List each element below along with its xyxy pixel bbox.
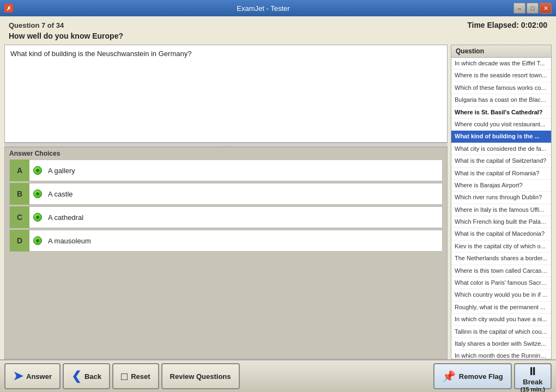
answer-rows: A A gallery B A castle C A cathedral D [9, 160, 443, 252]
answer-letter-d: D [10, 230, 29, 252]
answer-row-b[interactable]: B A castle [9, 183, 443, 205]
question-list-item-13[interactable]: Where in Italy is the famous Uffi... [451, 204, 551, 216]
question-counter: Question 7 of 34 [9, 21, 64, 29]
radio-btn-c[interactable] [33, 213, 42, 222]
radio-btn-a[interactable] [33, 166, 42, 175]
question-list-item-1[interactable]: In which decade was the Eiffel T... [451, 58, 551, 70]
question-list[interactable]: In which decade was the Eiffel T...Where… [451, 58, 551, 359]
break-duration: (15 min.) [521, 386, 545, 392]
left-panel: What kind of building is the Neuschwanst… [4, 45, 448, 359]
question-list-item-21[interactable]: Roughly, what is the permanent ... [451, 302, 551, 314]
radio-inner-c [36, 216, 39, 219]
answer-radio-d[interactable] [29, 236, 46, 245]
question-list-header: Question [451, 45, 551, 58]
answer-label: Answer [26, 372, 52, 381]
radio-inner-d [36, 239, 39, 242]
close-button[interactable]: ✕ [540, 3, 552, 14]
answer-button[interactable]: ➤ Answer [4, 363, 61, 389]
question-list-item-25[interactable]: In which month does the Running... [451, 350, 551, 359]
break-button[interactable]: ⏸ Break (15 min.) [514, 363, 552, 389]
break-label: Break [523, 378, 542, 386]
question-list-item-7[interactable]: What kind of building is the ... [451, 131, 551, 143]
question-list-item-12[interactable]: Which river runs through Dublin? [451, 192, 551, 204]
question-list-item-8[interactable]: What city is considered the de fa... [451, 143, 551, 155]
question-list-item-5[interactable]: Where is St. Basil's Cathedral? [451, 107, 551, 119]
title-bar: ✗ ExamJet - Tester – □ ✕ [0, 0, 556, 16]
flag-icon: 📌 [442, 370, 456, 383]
answer-text-b: A castle [46, 190, 73, 198]
answer-letter-c: C [10, 206, 29, 228]
answer-letter-b: B [10, 183, 29, 205]
answer-section: Answer Choices A A gallery B A castle C … [4, 147, 448, 359]
answer-row-c[interactable]: C A cathedral [9, 206, 443, 228]
answer-letter-a: A [10, 160, 29, 181]
remove-flag-label: Remove Flag [459, 372, 503, 381]
answer-text-c: A cathedral [46, 213, 83, 222]
review-label: Review Questions [170, 372, 231, 381]
resize-handle[interactable]: . . . . [4, 143, 448, 147]
answer-row-a[interactable]: A A gallery [9, 160, 443, 181]
reset-button[interactable]: □ Reset [112, 363, 159, 389]
reset-icon: □ [121, 370, 128, 383]
radio-inner-b [36, 192, 39, 195]
question-list-item-3[interactable]: Which of these famous works co... [451, 82, 551, 94]
restore-button[interactable]: □ [527, 3, 539, 14]
answer-row-d[interactable]: D A mausoleum [9, 230, 443, 252]
window-content: Question 7 of 34 Time Elapsed: 0:02:00 H… [0, 16, 556, 392]
question-list-item-19[interactable]: What color is Paris' famous Sacre... [451, 277, 551, 289]
question-list-item-6[interactable]: Where could you visit restaurant... [451, 119, 551, 131]
window-title: ExamJet - Tester [13, 4, 513, 13]
question-text: What kind of building is the Neuschwanst… [4, 45, 448, 143]
question-list-item-14[interactable]: Which French king built the Palac... [451, 216, 551, 228]
question-list-item-11[interactable]: Where is Barajas Airport? [451, 180, 551, 192]
question-list-item-4[interactable]: Bulgaria has a coast on the Black ... [451, 94, 551, 106]
timer: Time Elapsed: 0:02:00 [467, 21, 547, 29]
back-icon: ❮ [71, 369, 81, 383]
answer-choices-label: Answer Choices [9, 150, 443, 157]
app-icon: ✗ [4, 4, 13, 13]
remove-flag-button[interactable]: 📌 Remove Flag [433, 363, 512, 389]
reset-label: Reset [131, 372, 150, 381]
question-list-item-15[interactable]: What is the capital of Macedonia? [451, 228, 551, 240]
answer-text-d: A mausoleum [46, 237, 91, 245]
answer-radio-c[interactable] [29, 213, 46, 222]
question-list-item-20[interactable]: Which country would you be in if ... [451, 289, 551, 301]
question-list-item-10[interactable]: What is the capital of Romania? [451, 168, 551, 180]
question-list-item-17[interactable]: The Netherlands shares a border... [451, 253, 551, 265]
exam-title: How well do you know Europe? [0, 32, 556, 45]
main-area: What kind of building is the Neuschwanst… [0, 45, 556, 359]
answer-icon: ➤ [13, 369, 23, 383]
question-list-panel: Question In which decade was the Eiffel … [451, 45, 552, 359]
window-controls: – □ ✕ [513, 3, 552, 14]
review-questions-button[interactable]: Review Questions [161, 363, 240, 389]
answer-text-a: A gallery [46, 167, 75, 175]
radio-btn-b[interactable] [33, 189, 42, 198]
break-icon: ⏸ [527, 365, 538, 378]
back-button[interactable]: ❮ Back [63, 363, 110, 389]
back-label: Back [84, 372, 101, 381]
question-list-item-9[interactable]: What is the capital of Switzerland? [451, 155, 551, 167]
top-bar: Question 7 of 34 Time Elapsed: 0:02:00 [0, 16, 556, 32]
answer-radio-a[interactable] [29, 166, 46, 175]
question-list-item-22[interactable]: In which city would you have a ni... [451, 314, 551, 326]
minimize-button[interactable]: – [513, 3, 525, 14]
answer-radio-b[interactable] [29, 189, 46, 198]
bottom-toolbar: ➤ Answer ❮ Back □ Reset Review Questions… [0, 359, 556, 392]
question-list-item-2[interactable]: Where is the seaside resort town... [451, 70, 551, 82]
radio-btn-d[interactable] [33, 236, 42, 245]
radio-inner-a [36, 169, 39, 172]
question-list-item-23[interactable]: Tallinn is the capital of which cou... [451, 326, 551, 338]
question-list-item-24[interactable]: Italy shares a border with Switze... [451, 338, 551, 350]
question-list-item-18[interactable]: Where is this town called Carcass... [451, 265, 551, 277]
question-list-item-16[interactable]: Kiev is the capital city of which o... [451, 241, 551, 253]
